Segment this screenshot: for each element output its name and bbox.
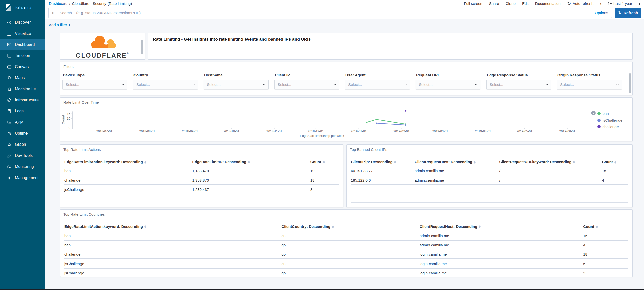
- table-cell: 4: [602, 176, 629, 185]
- column-header-edgeratelimitid-descending[interactable]: EdgeRateLimitID: Descending: [192, 158, 310, 166]
- filter-select-dropdown[interactable]: Select...: [345, 80, 410, 89]
- breadcrumb: Dashboard / Cloudflare - Security (Rate …: [49, 1, 132, 6]
- kibana-logo-text: kibana: [15, 5, 32, 11]
- sidebar-item-logs[interactable]: Logs: [0, 106, 45, 117]
- sort-icon[interactable]: [332, 225, 334, 228]
- sort-icon[interactable]: [596, 225, 598, 228]
- filters-panel: Filters Device Type Select...: [60, 62, 633, 95]
- legend-item-challenge[interactable]: challenge: [597, 123, 622, 130]
- sort-icon[interactable]: [323, 161, 325, 164]
- column-header-clientrequesthost-descending[interactable]: ClientRequestHost: Descending: [420, 222, 583, 231]
- rate-limit-actions-table: EdgeRateLimitAction.keyword: DescendingE…: [64, 158, 339, 203]
- table-cell: 1,133,479: [192, 166, 310, 176]
- query-options-button[interactable]: Options: [595, 11, 608, 15]
- sidebar-item-discover[interactable]: Discover: [0, 17, 45, 28]
- legend-item-ban[interactable]: ban: [597, 110, 622, 117]
- panel-scrollbar[interactable]: [629, 73, 631, 93]
- sidebar-item-monitoring[interactable]: Monitoring: [0, 161, 45, 172]
- monitoring-icon: [7, 164, 12, 169]
- menu-item-share[interactable]: Share: [489, 1, 499, 6]
- kibana-logo[interactable]: kibana: [0, 0, 45, 14]
- sort-icon[interactable]: [144, 161, 146, 164]
- table-cell: 1,353,870: [192, 176, 310, 185]
- column-header-clientrequesturi-keyword-descending[interactable]: ClientRequestURI.keyword: Descending: [499, 158, 602, 166]
- sidebar-item-label: Machine Le...: [15, 87, 39, 91]
- table-row: 185.122.0.6admin.camilia.me/4: [351, 176, 628, 185]
- main-area: Dashboard / Cloudflare - Security (Rate …: [45, 0, 644, 277]
- table-cell: jsChallenge: [64, 185, 192, 194]
- add-filter-button[interactable]: Add a filter: [49, 23, 67, 27]
- filter-select-dropdown[interactable]: Select...: [62, 80, 127, 89]
- select-placeholder: Select...: [207, 82, 221, 87]
- column-header-clientcountry-descending[interactable]: ClientCountry: Descending: [281, 222, 420, 231]
- filter-label: Client IP: [274, 73, 339, 77]
- filter-select-dropdown[interactable]: Select...: [133, 80, 198, 89]
- empty-table-row: [64, 194, 339, 203]
- sidebar-item-machine-le[interactable]: Machine Le...: [0, 83, 45, 95]
- table-cell: admin.camilia.me: [415, 176, 499, 185]
- auto-refresh-button[interactable]: ↻ Auto-refresh: [567, 1, 594, 6]
- canvas-icon: [7, 65, 12, 69]
- column-header-count[interactable]: Count: [602, 158, 629, 166]
- chevron-down-icon: [333, 82, 336, 85]
- svg-text:2018-11-01: 2018-11-01: [266, 130, 282, 133]
- column-header-count[interactable]: Count: [310, 158, 339, 166]
- filter-bar: Add a filter +: [45, 19, 644, 31]
- time-prev-button[interactable]: ‹: [600, 1, 602, 6]
- maps-icon: [7, 76, 12, 80]
- sidebar-item-graph[interactable]: Graph: [0, 139, 45, 150]
- sidebar-item-dev-tools[interactable]: Dev Tools: [0, 150, 45, 161]
- cloudflare-logo-panel: CLOUDFLARE®: [60, 33, 145, 60]
- description-panel: Rate Limiting - Get insights into rate l…: [148, 33, 633, 60]
- panel-scrollbar[interactable]: [141, 40, 143, 54]
- sort-icon[interactable]: [474, 161, 476, 164]
- sidebar-item-maps[interactable]: Maps: [0, 72, 45, 83]
- table-cell: 5: [583, 259, 628, 268]
- menu-item-documentation[interactable]: Documentation: [535, 1, 561, 6]
- refresh-button[interactable]: ↻ Refresh: [615, 8, 641, 18]
- sort-icon[interactable]: [144, 225, 146, 228]
- sidebar-item-management[interactable]: Management: [0, 172, 45, 183]
- top-menu: Full screenShareCloneEditDocumentation ↻…: [464, 1, 640, 6]
- sort-icon[interactable]: [394, 161, 396, 164]
- table-cell: challenge: [64, 176, 192, 185]
- sidebar-item-timelion[interactable]: Timelion: [0, 50, 45, 61]
- table-cell: cn: [281, 231, 420, 240]
- filter-select-dropdown[interactable]: Select...: [486, 80, 551, 89]
- sort-icon[interactable]: [479, 225, 481, 228]
- table-cell: jsChallenge: [64, 259, 281, 268]
- legend-item-jschallenge[interactable]: jsChallenge: [597, 117, 622, 123]
- sidebar-item-visualize[interactable]: Visualize: [0, 28, 45, 39]
- sidebar-item-uptime[interactable]: Uptime: [0, 128, 45, 139]
- menu-item-clone[interactable]: Clone: [506, 1, 516, 6]
- search-input[interactable]: [60, 11, 592, 15]
- column-header-edgeratelimitaction-keyword-descending[interactable]: EdgeRateLimitAction.keyword: Descending: [64, 222, 281, 231]
- svg-text:2018-07-01: 2018-07-01: [96, 130, 112, 133]
- column-header-count[interactable]: Count: [583, 222, 628, 231]
- filter-select-dropdown[interactable]: Select...: [204, 80, 269, 89]
- svg-text:0: 0: [69, 126, 70, 130]
- chevron-down-icon: [475, 82, 477, 85]
- filter-select-dropdown[interactable]: Select...: [274, 80, 339, 89]
- sort-icon[interactable]: [573, 161, 575, 164]
- filter-select-dropdown[interactable]: Select...: [557, 80, 622, 89]
- column-header-clientrequesthost-descending[interactable]: ClientRequestHost: Descending: [415, 158, 499, 166]
- breadcrumb-dashboard-link[interactable]: Dashboard: [49, 1, 67, 6]
- add-filter-plus-icon: +: [68, 22, 71, 27]
- sidebar-item-infrastructure[interactable]: Infrastructure: [0, 95, 45, 106]
- sidebar-item-apm[interactable]: APM: [0, 117, 45, 128]
- column-header-clientip-ip-descending[interactable]: ClientIP.ip: Descending: [351, 158, 415, 166]
- filter-select-dropdown[interactable]: Select...: [416, 80, 480, 89]
- sidebar-item-dashboard[interactable]: Dashboard: [0, 39, 45, 50]
- sort-icon[interactable]: [614, 161, 616, 164]
- column-header-edgeratelimitaction-keyword-descending[interactable]: EdgeRateLimitAction.keyword: Descending: [64, 158, 192, 166]
- time-range-picker[interactable]: Last 1 year: [608, 1, 632, 6]
- menu-item-full-screen[interactable]: Full screen: [464, 1, 482, 6]
- menu-item-edit[interactable]: Edit: [522, 1, 529, 6]
- sidebar-item-canvas[interactable]: Canvas: [0, 61, 45, 72]
- legend-expand-icon[interactable]: ›: [591, 111, 596, 115]
- table-row: 60.191.38.77admin.camilia.me/15: [351, 166, 628, 176]
- table-cell: login.camilia.me: [420, 259, 583, 268]
- sort-icon[interactable]: [248, 161, 250, 164]
- time-next-button[interactable]: ›: [639, 1, 640, 6]
